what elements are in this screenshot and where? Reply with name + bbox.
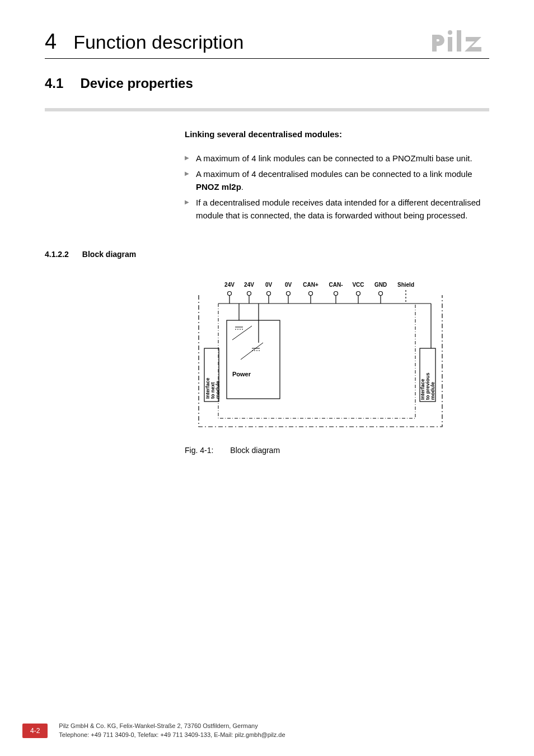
svg-point-9 [287,292,291,296]
footer-line: Telephone: +49 711 3409-0, Telefax: +49 … [59,731,285,739]
svg-line-26 [232,326,252,340]
page-number-badge: 4-2 [22,724,48,738]
list-text: A maximum of 4 link modules can be conne… [196,153,472,163]
terminal-label: CAN+ [303,282,318,288]
terminal-label: 0V [265,282,273,288]
svg-point-15 [357,292,360,296]
subsection-heading: 4.1.2.2 Block diagram [45,250,489,259]
svg-rect-1 [448,37,452,52]
svg-line-29 [241,343,263,360]
subsection-title: Block diagram [82,250,136,259]
pilz-logo [428,28,489,54]
chapter-heading: 4 Function description [45,30,243,54]
chapter-number: 4 [45,30,57,54]
subsection-number: 4.1.2.2 [45,250,69,259]
svg-point-11 [309,292,313,296]
list-item: If a decentralised module receives data … [185,197,489,222]
terminal-label: VCC [352,282,364,288]
list-text-bold: PNOZ ml2p [196,182,241,192]
footer-text: Pilz GmbH & Co. KG, Felix-Wankel-Straße … [59,722,285,739]
content-block: Linking several decentralised modules: A… [185,128,489,222]
terminal-label: GND [374,282,387,288]
bullet-list: A maximum of 4 link modules can be conne… [185,152,489,222]
svg-rect-2 [457,30,461,52]
section-number: 4.1 [45,76,63,91]
terminal-label: 24V [244,282,254,288]
list-item: A maximum of 4 decentralised modules can… [185,168,489,193]
list-text: If a decentralised module receives data … [196,198,480,220]
terminal-label: CAN- [329,282,343,288]
section-heading: 4.1 Device properties [45,76,489,102]
section-title: Device properties [80,76,193,91]
page-header: 4 Function description [45,28,489,59]
svg-rect-23 [227,320,280,399]
svg-point-17 [379,292,383,296]
list-item: A maximum of 4 link modules can be conne… [185,152,489,165]
svg-point-5 [247,292,251,296]
terminal-label: 24V [224,282,235,288]
terminal-label: Shield [397,282,414,288]
figure-title: Block diagram [230,446,280,455]
chapter-title: Function description [73,31,243,53]
content-heading: Linking several decentralised modules: [185,128,489,141]
list-text: A maximum of 4 decentralised modules can… [196,169,472,179]
list-text: . [241,182,243,192]
figure-number: Fig. 4-1: [185,446,213,455]
power-label: Power [232,371,251,377]
svg-point-3 [228,292,232,296]
footer-line: Pilz GmbH & Co. KG, Felix-Wankel-Straße … [59,722,285,730]
block-diagram: 24V 24V 0V 0V CAN+ CAN- VCC GND Shield [185,276,489,435]
figure-caption: Fig. 4-1: Block diagram [185,446,489,455]
page-footer: 4-2 Pilz GmbH & Co. KG, Felix-Wankel-Str… [0,722,534,739]
svg-point-0 [448,30,452,35]
terminal-label: 0V [285,282,292,288]
svg-text:Interface
        to previous
: Interface to previous module [420,371,435,400]
svg-point-7 [267,292,271,296]
svg-point-13 [334,292,338,296]
divider-bar [45,108,489,111]
